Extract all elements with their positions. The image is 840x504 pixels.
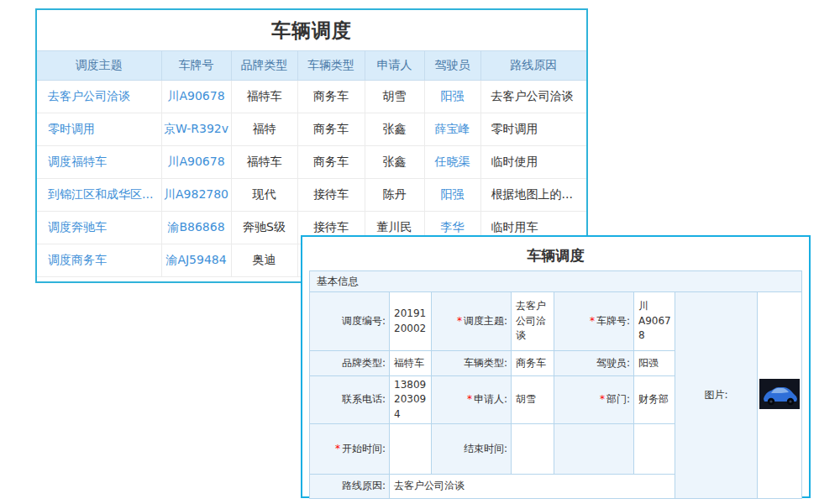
phone-value: 13809203094 (390, 376, 432, 424)
brand-label: 品牌类型: (310, 351, 390, 376)
vehicle-photo[interactable] (759, 379, 800, 409)
section-header-basic-info: 基本信息 (310, 271, 802, 292)
col-header-brand: 品牌类型 (231, 51, 297, 81)
end-time-label: 结束时间: (432, 424, 512, 475)
subject-value: 去客户公司洽谈 (512, 292, 554, 351)
subject-link[interactable]: 去客户公司洽谈 (48, 89, 130, 102)
cell-applicant: 张鑫 (365, 146, 424, 179)
subject-link[interactable]: 零时调用 (48, 122, 95, 135)
cell-brand: 福特车 (231, 81, 297, 113)
plate-link[interactable]: 渝B86868 (167, 220, 224, 234)
required-marker: * (467, 393, 472, 405)
vehicle-type-label: 车辆类型: (432, 351, 512, 376)
cell-vehicle-type: 商务车 (297, 81, 365, 113)
driver-link[interactable]: 李华 (441, 220, 465, 234)
brand-value: 福特车 (390, 351, 432, 376)
reason-label: 路线原因: (310, 475, 390, 499)
cell-vehicle-type: 商务车 (297, 146, 365, 179)
table-row: 零时调用 京W-R392v 福特 商务车 张鑫 薛宝峰 零时调用 (37, 113, 586, 146)
driver-link[interactable]: 阳强 (441, 187, 465, 201)
col-header-vehicle-type: 车辆类型 (297, 51, 365, 81)
department-label: *部门: (554, 376, 634, 424)
subject-link[interactable]: 调度奔驰车 (48, 220, 107, 234)
required-marker: * (335, 443, 340, 454)
applicant-value: 胡雪 (512, 376, 554, 424)
cell-vehicle-type: 接待车 (297, 179, 365, 212)
plate-link[interactable]: 川A982780 (164, 187, 228, 201)
driver-link[interactable]: 任晓渠 (435, 155, 470, 168)
cell-brand: 现代 (231, 179, 297, 212)
start-time-label: *开始时间: (310, 424, 390, 475)
plate-link[interactable]: 渝AJ59484 (165, 253, 226, 266)
col-header-plate: 车牌号 (161, 51, 231, 81)
empty-label-cell (554, 424, 634, 475)
detail-dialog-title: 车辆调度 (302, 237, 809, 270)
required-marker: * (600, 393, 605, 405)
required-marker: * (590, 315, 595, 327)
cell-reason: 去客户公司洽谈 (480, 81, 586, 113)
cell-reason: 临时使用 (480, 146, 586, 179)
subject-label: *调度主题: (432, 292, 512, 351)
table-header-row: 调度主题 车牌号 品牌类型 车辆类型 申请人 驾驶员 路线原因 (37, 51, 586, 81)
col-header-reason: 路线原因 (480, 51, 586, 81)
cell-brand: 奔驰S级 (231, 212, 297, 244)
plate-value: 川A90678 (634, 292, 675, 351)
dispatch-no-label: 调度编号: (310, 292, 390, 351)
picture-label: 图片: (675, 292, 758, 499)
empty-value-cell (634, 424, 675, 475)
cell-brand: 福特 (231, 113, 297, 146)
subject-link[interactable]: 调度商务车 (48, 253, 107, 266)
plate-link[interactable]: 京W-R392v (164, 122, 228, 135)
col-header-driver: 驾驶员 (424, 51, 480, 81)
list-panel-title: 车辆调度 (37, 10, 586, 50)
table-row: 调度福特车 川A90678 福特车 商务车 张鑫 任晓渠 临时使用 (37, 146, 586, 179)
start-time-value (390, 424, 432, 475)
cell-applicant: 张鑫 (365, 113, 424, 146)
vehicle-type-value: 商务车 (512, 351, 554, 376)
col-header-subject: 调度主题 (37, 51, 161, 81)
reason-value: 去客户公司洽谈 (390, 475, 675, 499)
cell-brand: 奥迪 (231, 244, 297, 277)
cell-applicant: 胡雪 (365, 81, 424, 113)
applicant-label: *申请人: (432, 376, 512, 424)
col-header-applicant: 申请人 (365, 51, 424, 81)
cell-brand: 福特车 (231, 146, 297, 179)
department-value: 财务部 (634, 376, 675, 424)
cell-reason: 零时调用 (480, 113, 586, 146)
subject-link[interactable]: 到锦江区和成华区... (48, 187, 153, 201)
plate-link[interactable]: 川A90678 (167, 155, 224, 168)
picture-cell (758, 292, 802, 499)
required-marker: * (457, 315, 462, 327)
dispatch-detail-dialog: 车辆调度 基本信息 调度编号: 2019120002 *调度主题: 去客户公司洽… (301, 235, 811, 498)
plate-link[interactable]: 川A90678 (167, 89, 224, 102)
subject-link[interactable]: 调度福特车 (48, 155, 107, 168)
phone-label: 联系电话: (310, 376, 390, 424)
table-row: 到锦江区和成华区... 川A982780 现代 接待车 陈丹 阳强 根据地图上的… (37, 179, 586, 212)
cell-vehicle-type: 商务车 (297, 113, 365, 146)
plate-label: *车牌号: (554, 292, 634, 351)
driver-label: 驾驶员: (554, 351, 634, 376)
detail-form-table: 基本信息 调度编号: 2019120002 *调度主题: 去客户公司洽谈 *车牌… (309, 270, 802, 499)
page: 车辆调度 调度主题 车牌号 品牌类型 车辆类型 申请人 驾驶员 路线原因 (0, 0, 840, 504)
driver-link[interactable]: 薛宝峰 (435, 122, 470, 135)
dispatch-no-value: 2019120002 (390, 292, 432, 351)
driver-link[interactable]: 阳强 (441, 89, 465, 102)
end-time-value (512, 424, 554, 475)
table-row: 去客户公司洽谈 川A90678 福特车 商务车 胡雪 阳强 去客户公司洽谈 (37, 81, 586, 113)
cell-reason: 根据地图上的... (480, 179, 586, 212)
driver-value: 阳强 (634, 351, 675, 376)
cell-applicant: 陈丹 (365, 179, 424, 212)
